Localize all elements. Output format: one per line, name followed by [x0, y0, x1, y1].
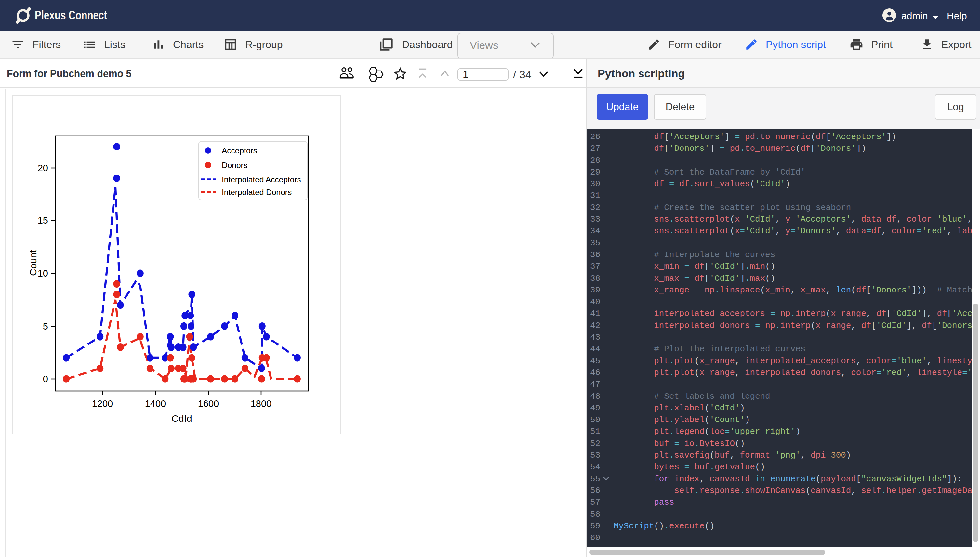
svg-text:1400: 1400: [145, 398, 166, 409]
svg-text:15: 15: [38, 215, 48, 226]
svg-text:5: 5: [43, 321, 48, 331]
svg-text:20: 20: [38, 163, 48, 173]
svg-text:1800: 1800: [251, 398, 272, 409]
svg-text:0: 0: [43, 374, 48, 384]
svg-text:10: 10: [38, 268, 48, 278]
svg-text:Count: Count: [28, 249, 38, 276]
svg-text:Acceptors: Acceptors: [222, 146, 257, 155]
svg-text:Donors: Donors: [222, 161, 248, 169]
svg-text:Interpolated Acceptors: Interpolated Acceptors: [222, 175, 301, 184]
svg-text:CdId: CdId: [171, 413, 192, 424]
svg-text:Interpolated Donors: Interpolated Donors: [222, 188, 292, 197]
svg-text:1200: 1200: [92, 398, 113, 409]
svg-text:1600: 1600: [198, 398, 219, 409]
